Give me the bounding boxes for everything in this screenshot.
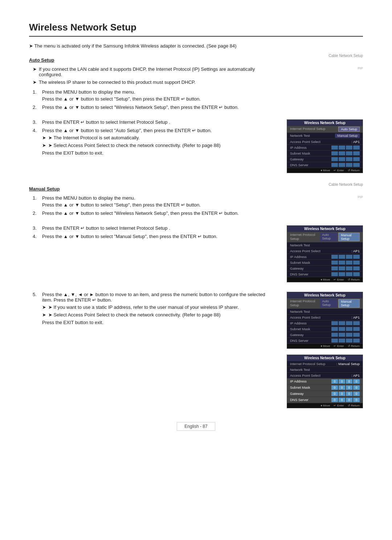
tv-menu-manual-select-2: Wireless Network Setup Internet Protocol… xyxy=(287,292,363,349)
manual-step-2: 2. Press the ▲ or ▼ button to select "Wi… xyxy=(33,210,272,216)
page-title: Wireless Network Setup xyxy=(29,22,363,37)
intro-line: ➤ The menu is activated only if the Sams… xyxy=(29,43,363,49)
manual-step-3: 3. Press the ENTER ↵ button to select In… xyxy=(33,225,272,231)
auto-step-4: 4. Press the ▲ or ▼ button to select "Au… xyxy=(33,128,272,156)
page-footer: English - 87 xyxy=(177,422,215,431)
pip-label-1: PIP xyxy=(358,66,363,70)
auto-bullet-2: ➤ The wireless IP sharer to be connected… xyxy=(33,79,272,85)
manual-step-1: 1. Press the MENU button to display the … xyxy=(33,195,272,208)
tv-menu-auto: Wireless Network Setup Internet Protocol… xyxy=(287,119,363,173)
manual-step-4: 4. Press the ▲ or ▼ button to select "Ma… xyxy=(33,234,272,239)
auto-setup-heading: Auto Setup xyxy=(29,57,272,63)
tv-menu-manual-ip: Wireless Network Setup Internet Protocol… xyxy=(287,355,363,408)
manual-step-5: 5. Press the ▲, ▼, ◄ or ► button to move… xyxy=(33,292,272,325)
tv-menu-manual-select: Wireless Network Setup Internet Protocol… xyxy=(287,225,363,282)
cable-label-2: Cable Network Setup xyxy=(329,183,363,187)
cable-label-1: Cable Network Setup xyxy=(329,54,363,58)
manual-setup-heading: Manual Setup xyxy=(29,186,272,192)
auto-step-2: 2. Press the ▲ or ▼ button to select "Wi… xyxy=(33,105,272,110)
auto-bullet-1: ➤ If you connect the LAN cable and it su… xyxy=(33,66,272,77)
auto-step-3: 3. Press the ENTER ↵ button to select In… xyxy=(33,119,272,125)
auto-step-1: 1. Press the MENU button to display the … xyxy=(33,89,272,102)
pip-label-2: PIP xyxy=(358,195,363,199)
